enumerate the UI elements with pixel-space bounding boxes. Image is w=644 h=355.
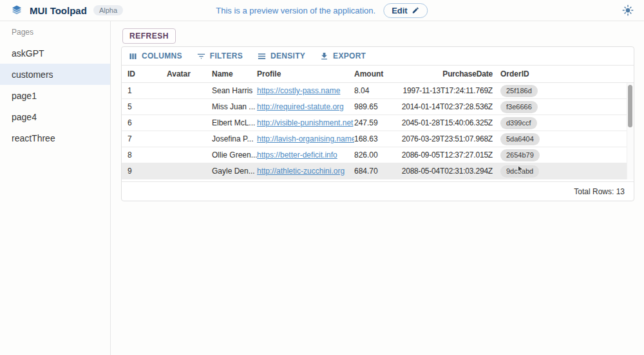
column-header-amount[interactable]: Amount [354, 69, 399, 78]
export-button-label: EXPORT [333, 51, 366, 60]
total-rows-label: Total Rows: 13 [574, 187, 625, 196]
column-header-id[interactable]: ID [122, 69, 167, 78]
cell-amount: 247.59 [354, 118, 399, 127]
sidebar-item[interactable]: reactThree [0, 127, 110, 149]
edit-button[interactable]: Edit [383, 3, 428, 18]
sidebar-item-label: askGPT [12, 48, 44, 59]
profile-link[interactable]: https://costly-pass.name [257, 86, 340, 95]
cell-purchasedate: 2076-03-29T23:51:07.968Z [399, 134, 493, 143]
sidebar-item-label: customers [12, 69, 53, 80]
filters-button[interactable]: FILTERS [196, 51, 243, 61]
cell-amount: 826.00 [354, 150, 399, 159]
cell-name: Josefina P... [212, 134, 257, 143]
orderid-chip: d399ccf [500, 117, 537, 129]
orderid-chip: 25f186d [500, 85, 538, 97]
cell-orderid: 5da6404 [493, 133, 634, 145]
topbar-center: This is a preview version of the applica… [216, 3, 428, 18]
cell-profile: http://visible-punishment.net [257, 118, 354, 127]
profile-link[interactable]: http://visible-punishment.net [257, 118, 353, 127]
sidebar-item[interactable]: askGPT [0, 42, 110, 64]
brand: MUI Toolpad Alpha [10, 4, 123, 17]
main-content: REFRESH COLUMNS FILTERS DENSITY EXPORT [111, 21, 644, 355]
table-row[interactable]: 5 Miss Juan ... http://required-statute.… [122, 99, 634, 115]
table-row[interactable]: 1 Sean Harris https://costly-pass.name 8… [122, 83, 634, 99]
cell-purchasedate: 2014-01-14T02:37:28.536Z [399, 102, 493, 111]
cell-amount: 168.63 [354, 134, 399, 143]
cell-profile: https://costly-pass.name [257, 86, 354, 95]
sidebar-item[interactable]: page1 [0, 85, 110, 106]
profile-link[interactable]: http://required-statute.org [257, 102, 344, 111]
pencil-icon [412, 6, 420, 14]
cell-amount: 684.70 [354, 167, 399, 176]
sidebar-items: askGPT customers page1 page4 reactThree [0, 42, 110, 149]
orderid-chip: f3e6666 [500, 101, 538, 113]
profile-link[interactable]: http://athletic-zucchini.org [257, 167, 345, 176]
columns-button[interactable]: COLUMNS [128, 51, 182, 61]
cell-id: 9 [122, 167, 167, 176]
columns-button-label: COLUMNS [142, 51, 182, 60]
sidebar-item[interactable]: customers [0, 64, 110, 85]
cell-profile: http://lavish-organising.name [257, 134, 354, 143]
cell-orderid: 9dc5abd [493, 165, 634, 178]
sidebar-item-label: page4 [12, 112, 37, 122]
orderid-chip: 2654b79 [500, 149, 540, 161]
table-row[interactable]: 7 Josefina P... http://lavish-organising… [122, 131, 634, 147]
orderid-chip: 5da6404 [500, 133, 540, 145]
cell-id: 8 [122, 150, 167, 159]
column-header-avatar[interactable]: Avatar [167, 69, 212, 78]
data-grid: COLUMNS FILTERS DENSITY EXPORT ID Avatar [121, 46, 634, 201]
columns-icon [128, 51, 138, 61]
cell-id: 6 [122, 118, 167, 127]
refresh-button[interactable]: REFRESH [122, 28, 176, 44]
density-button[interactable]: DENSITY [257, 51, 305, 61]
export-button[interactable]: EXPORT [319, 51, 366, 61]
cell-id: 5 [122, 102, 167, 111]
column-header-profile[interactable]: Profile [257, 69, 354, 78]
vertical-scrollbar [627, 83, 634, 179]
cell-purchasedate: 2086-09-05T12:37:27.015Z [399, 150, 493, 159]
sidebar-item-label: reactThree [12, 133, 55, 143]
cell-orderid: d399ccf [493, 117, 634, 129]
cell-orderid: f3e6666 [493, 101, 634, 113]
cell-orderid: 2654b79 [493, 149, 634, 161]
density-icon [257, 51, 267, 61]
toolpad-logo-icon [10, 4, 23, 17]
table-row[interactable]: 9 Gayle Den... http://athletic-zucchini.… [122, 163, 634, 179]
cell-name: Ollie Green... [212, 150, 257, 159]
cell-purchasedate: 2088-05-04T02:31:03.294Z [399, 167, 493, 176]
profile-link[interactable]: http://lavish-organising.name [257, 134, 354, 143]
cell-amount: 8.04 [354, 86, 399, 95]
cell-profile: https://better-deficit.info [257, 150, 354, 159]
cell-orderid: 25f186d [493, 85, 634, 97]
cell-amount: 989.65 [354, 102, 399, 111]
edit-button-label: Edit [392, 6, 408, 15]
cell-purchasedate: 1997-11-13T17:24:11.769Z [399, 86, 493, 95]
theme-toggle-button[interactable] [622, 5, 634, 16]
column-header-orderid[interactable]: OrderID [493, 69, 634, 78]
column-header-name[interactable]: Name [212, 69, 257, 78]
cell-id: 7 [122, 134, 167, 143]
sidebar-section-label: Pages [0, 21, 110, 42]
table-row[interactable]: 6 Elbert McL... http://visible-punishmen… [122, 115, 634, 131]
cell-name: Miss Juan ... [212, 102, 257, 111]
sun-icon [622, 5, 634, 16]
table-row[interactable]: 8 Ollie Green... https://better-deficit.… [122, 147, 634, 163]
app-title: MUI Toolpad [30, 5, 87, 16]
cell-profile: http://athletic-zucchini.org [257, 167, 354, 176]
density-button-label: DENSITY [270, 51, 305, 60]
sidebar-item-label: page1 [12, 91, 37, 101]
version-badge: Alpha [93, 5, 123, 15]
scrollbar-thumb[interactable] [628, 85, 632, 127]
cell-id: 1 [122, 86, 167, 95]
cell-name: Elbert McL... [212, 118, 257, 127]
column-header-purchasedate[interactable]: PurchaseDate [399, 69, 493, 78]
cell-name: Gayle Den... [212, 167, 257, 176]
profile-link[interactable]: https://better-deficit.info [257, 150, 337, 159]
filter-icon [196, 51, 206, 61]
cell-name: Sean Harris [212, 86, 257, 95]
orderid-chip: 9dc5abd [500, 165, 539, 178]
app-window: MUI Toolpad Alpha This is a preview vers… [0, 0, 644, 355]
cell-profile: http://required-statute.org [257, 102, 354, 111]
sidebar-item[interactable]: page4 [0, 106, 110, 127]
grid-rows: 1 Sean Harris https://costly-pass.name 8… [122, 83, 634, 179]
